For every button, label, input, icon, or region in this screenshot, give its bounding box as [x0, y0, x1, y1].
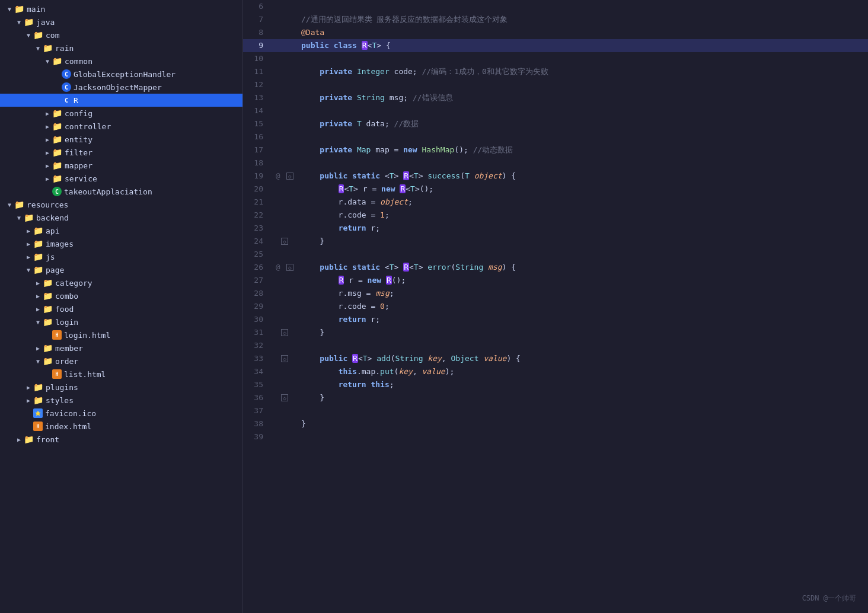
line-num-32: 32 [243, 339, 273, 352]
folder-icon-java: 📁 [24, 17, 34, 27]
sidebar-item-jackson[interactable]: ▶ C JacksonObjectMapper [0, 81, 242, 94]
sidebar-item-com[interactable]: ▼ 📁 com [0, 28, 242, 41]
sidebar-item-common[interactable]: ▼ 📁 common [0, 55, 242, 68]
sidebar-item-config[interactable]: ▶ 📁 config [0, 107, 242, 120]
code-line-10: 10 [243, 52, 868, 65]
code-text-22: r.code = 1; [296, 209, 868, 222]
folder-icon-main: 📁 [14, 4, 25, 14]
arrow-main: ▼ [5, 6, 14, 12]
sidebar-item-filter[interactable]: ▶ 📁 filter [0, 146, 242, 159]
sidebar-item-login-html[interactable]: ▶ H login.html [0, 328, 242, 341]
line-num-31: 31 [243, 326, 273, 339]
label-takeout: takeoutApplaciation [64, 187, 152, 196]
sidebar-item-backend[interactable]: ▼ 📁 backend [0, 211, 242, 224]
code-line-7: 7 //通用的返回结果类 服务器反应的数据都会封装成这个对象 [243, 13, 868, 26]
sidebar-item-order[interactable]: ▼ 📁 order [0, 355, 242, 368]
sidebar-item-styles[interactable]: ▶ 📁 styles [0, 394, 242, 407]
line-num-8: 8 [243, 26, 273, 39]
code-line-17: 17 private Map map = new HashMap(); //动态… [243, 143, 868, 157]
arrow-page: ▼ [24, 267, 33, 273]
line-num-15: 15 [243, 117, 273, 130]
gutter-18 [273, 157, 296, 170]
gutter-28 [273, 287, 296, 300]
folder-icon-filter: 📁 [52, 148, 63, 157]
sidebar-item-api[interactable]: ▶ 📁 api [0, 224, 242, 237]
gutter-10 [273, 52, 296, 65]
line-num-27: 27 [243, 274, 273, 287]
sidebar-item-rain[interactable]: ▼ 📁 rain [0, 41, 242, 55]
sidebar-item-plugins[interactable]: ▶ 📁 plugins [0, 381, 242, 394]
line-num-11: 11 [243, 65, 273, 78]
line-num-12: 12 [243, 78, 273, 91]
sidebar-item-login[interactable]: ▼ 📁 login [0, 315, 242, 328]
arrow-backend: ▼ [14, 215, 24, 221]
sidebar-item-service[interactable]: ▶ 📁 service [0, 172, 242, 185]
line-num-6: 6 [243, 0, 273, 13]
folder-icon-api: 📁 [33, 226, 44, 235]
gutter-32 [273, 339, 296, 352]
sidebar-item-front[interactable]: ▶ 📁 front [0, 433, 242, 446]
code-line-24: 24 ◇ } [243, 235, 868, 248]
gutter-22 [273, 209, 296, 222]
line-num-19: 19 [243, 170, 273, 183]
sidebar-item-combo[interactable]: ▶ 📁 combo [0, 289, 242, 302]
gutter-33: ◇ [273, 352, 296, 365]
code-line-16: 16 [243, 130, 868, 143]
gutter-38 [273, 417, 296, 430]
gutter-29 [273, 300, 296, 313]
sidebar-item-controller[interactable]: ▶ 📁 controller [0, 120, 242, 133]
gutter-fold-26: ◇ [286, 264, 293, 271]
code-text-18 [296, 157, 868, 170]
sidebar-item-global-exception[interactable]: ▶ C GlobalExceptionHandler [0, 68, 242, 81]
sidebar-item-js[interactable]: ▶ 📁 js [0, 250, 242, 263]
sidebar-item-page[interactable]: ▼ 📁 page [0, 263, 242, 276]
arrow-resources: ▼ [5, 202, 14, 208]
gutter-14 [273, 104, 296, 117]
label-food: food [55, 305, 74, 314]
line-num-29: 29 [243, 300, 273, 313]
sidebar-item-entity[interactable]: ▶ 📁 entity [0, 133, 242, 146]
label-global-exception: GlobalExceptionHandler [74, 70, 175, 79]
code-text-15: private T data; //数据 [296, 117, 868, 130]
code-area: 6 7 //通用的返回结果类 服务器反应的数据都会封装成这个对象 8 @Data… [243, 0, 868, 613]
label-category: category [55, 279, 92, 288]
gutter-26: @ ◇ [273, 261, 296, 274]
folder-icon-entity: 📁 [52, 135, 63, 144]
code-line-22: 22 r.code = 1; [243, 209, 868, 222]
gutter-37 [273, 404, 296, 417]
sidebar-item-resources[interactable]: ▼ 📁 resources [0, 198, 242, 211]
sidebar-item-R[interactable]: ▶ C R [0, 94, 242, 107]
folder-icon-resources: 📁 [14, 200, 25, 209]
arrow-config: ▶ [43, 110, 52, 117]
sidebar-item-favicon[interactable]: ▶ ⭐ favicon.ico [0, 407, 242, 420]
folder-icon-images: 📁 [33, 239, 44, 248]
label-styles: styles [46, 396, 74, 405]
code-text-32 [296, 339, 868, 352]
sidebar-item-list-html[interactable]: ▶ H list.html [0, 368, 242, 381]
sidebar-item-images[interactable]: ▶ 📁 images [0, 237, 242, 250]
folder-icon-order: 📁 [43, 356, 53, 366]
line-num-10: 10 [243, 52, 273, 65]
sidebar-item-main[interactable]: ▼ 📁 main [0, 2, 242, 15]
code-line-32: 32 [243, 339, 868, 352]
line-num-25: 25 [243, 248, 273, 261]
sidebar-item-mapper[interactable]: ▶ 📁 mapper [0, 159, 242, 172]
gutter-21 [273, 196, 296, 209]
code-text-33: public R<T> add(String key, Object value… [296, 352, 868, 365]
html-icon-list: H [52, 369, 62, 379]
sidebar-item-index-html[interactable]: ▶ H index.html [0, 420, 242, 433]
sidebar-item-category[interactable]: ▶ 📁 category [0, 276, 242, 289]
code-text-39 [296, 430, 868, 443]
gutter-13 [273, 91, 296, 104]
code-text-29: r.code = 0; [296, 300, 868, 313]
line-num-36: 36 [243, 391, 273, 404]
code-text-13: private String msg; //错误信息 [296, 91, 868, 104]
sidebar-item-java[interactable]: ▼ 📁 java [0, 15, 242, 28]
folder-icon-front: 📁 [24, 435, 34, 444]
sidebar-item-food[interactable]: ▶ 📁 food [0, 302, 242, 315]
line-num-17: 17 [243, 143, 273, 157]
sidebar-item-takeout[interactable]: ▶ C takeoutApplaciation [0, 185, 242, 198]
line-num-21: 21 [243, 196, 273, 209]
sidebar-item-member[interactable]: ▶ 📁 member [0, 341, 242, 355]
code-line-9: 9 public class R<T> { [243, 39, 868, 52]
